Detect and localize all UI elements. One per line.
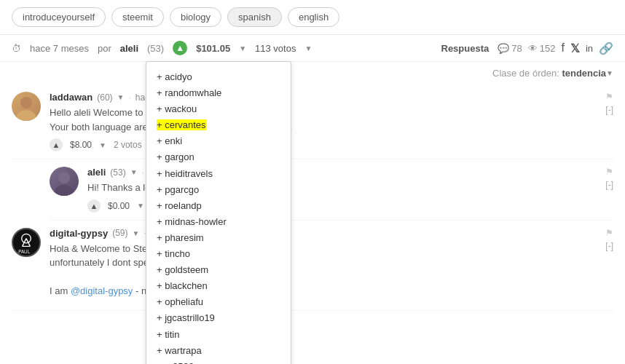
post-icons: 💬 78 👁 152 f 𝕏 in 🔗 bbox=[498, 41, 613, 55]
collapse-icon-aleli[interactable]: [-] bbox=[605, 180, 613, 190]
payout-aleli[interactable]: $0.00 bbox=[108, 201, 130, 211]
svg-point-3 bbox=[55, 185, 74, 196]
order-bar: Clase de órden: tendencia ▼ bbox=[0, 62, 625, 84]
comment-text-digital-gypsy: Hola & Welcome to Steemit Alejandra… unf… bbox=[50, 242, 575, 298]
comment-rep-aleli: (53) bbox=[110, 167, 125, 178]
comment-actions-laddawan: ▲ $8.00 ▼ 2 votos Respuesta bbox=[50, 138, 575, 151]
username-chevron-aleli[interactable]: ▼ bbox=[130, 168, 138, 176]
author-rep: (53) bbox=[147, 43, 164, 54]
tag-english[interactable]: english bbox=[288, 7, 339, 27]
order-label: Clase de órden: bbox=[492, 68, 559, 79]
comment-username-digital-gypsy[interactable]: digital-gypsy bbox=[50, 228, 108, 239]
vote-item: + cervantes bbox=[157, 117, 280, 133]
vote-item: + goldsteem bbox=[157, 262, 280, 278]
upvote-aleli[interactable]: ▲ bbox=[87, 199, 101, 213]
vote-item: + pharesim bbox=[157, 230, 280, 246]
dot-aleli: · bbox=[142, 167, 144, 178]
comment-meta-digital-gypsy: digital-gypsy (59) ▼ · hace 7 meses bbox=[50, 228, 575, 239]
comment-icon: 💬 bbox=[498, 43, 509, 54]
votes-count[interactable]: 113 votos bbox=[255, 43, 296, 54]
svg-text:PAUL: PAUL bbox=[18, 249, 30, 254]
upvote-button[interactable]: ▲ bbox=[173, 41, 187, 55]
vote-item: + enki bbox=[157, 133, 280, 149]
comments-count: 78 bbox=[511, 43, 522, 54]
collapse-icon-digital-gypsy[interactable]: [-] bbox=[605, 241, 613, 251]
comment-aleli: aleli (53) ▼ · hace 7 meses Hi! Thanks a… bbox=[50, 159, 613, 221]
vote-item: + blackchen bbox=[157, 278, 280, 294]
username-chevron-digital-gypsy[interactable]: ▼ bbox=[133, 229, 140, 237]
clock-icon: ⏱ bbox=[12, 43, 21, 54]
vote-item: + gargon bbox=[157, 149, 280, 165]
svg-point-0 bbox=[20, 97, 32, 108]
views-count: 152 bbox=[540, 43, 556, 54]
tags-bar: introduceyourself steemit biology spanis… bbox=[0, 0, 625, 35]
meta-separator: por bbox=[98, 43, 111, 54]
author-link-digital-gypsy[interactable]: @digital-gypsy bbox=[71, 285, 133, 296]
tag-spanish[interactable]: spanish bbox=[227, 7, 282, 27]
comment-body-laddawan: laddawan (60) ▼ · hace 7 meses Hello ale… bbox=[50, 92, 575, 151]
tag-biology[interactable]: biology bbox=[170, 7, 221, 27]
svg-point-1 bbox=[17, 110, 36, 121]
vote-item: + opheliafu bbox=[157, 294, 280, 310]
vote-item: + wackou bbox=[157, 101, 280, 117]
votes-dropdown: + acidyo+ randomwhale+ wackou+ cervantes… bbox=[146, 61, 291, 364]
vote-item: + titin bbox=[157, 327, 280, 343]
linkedin-icon[interactable]: in bbox=[586, 43, 593, 54]
tag-introduceyourself[interactable]: introduceyourself bbox=[12, 7, 106, 27]
order-chevron[interactable]: ▼ bbox=[606, 69, 613, 77]
meta-bar: ⏱ hace 7 meses por aleli (53) ▲ $101.05 … bbox=[0, 35, 625, 62]
comment-body-digital-gypsy: digital-gypsy (59) ▼ · hace 7 meses Hola… bbox=[50, 228, 575, 303]
votes-chevron[interactable]: ▼ bbox=[304, 44, 312, 52]
post-payout[interactable]: $101.05 bbox=[196, 43, 230, 54]
vote-item: + tincho bbox=[157, 246, 280, 262]
comment-laddawan: laddawan (60) ▼ · hace 7 meses Hello ale… bbox=[12, 84, 613, 159]
payout-laddawan[interactable]: $8.00 bbox=[70, 140, 92, 150]
collapse-icon-laddawan[interactable]: [-] bbox=[605, 105, 613, 115]
tag-steemit[interactable]: steemit bbox=[111, 7, 164, 27]
respuesta-button[interactable]: Respuesta bbox=[441, 43, 490, 54]
comment-text-laddawan: Hello aleli Welcome to Steemit.Nice t… Y… bbox=[50, 106, 575, 134]
comment-right-laddawan: ⚑ [-] bbox=[584, 92, 613, 151]
vote-item: + m8586 bbox=[157, 359, 280, 364]
payout-chevron-aleli[interactable]: ▼ bbox=[137, 202, 144, 210]
vote-item: + wartrapa bbox=[157, 343, 280, 359]
payout-chevron[interactable]: ▼ bbox=[239, 44, 246, 52]
dot-laddawan: · bbox=[129, 92, 131, 103]
vote-item: + pgarcgo bbox=[157, 182, 280, 198]
comment-meta-laddawan: laddawan (60) ▼ · hace 7 meses bbox=[50, 92, 575, 103]
comment-right-aleli: ⚑ [-] bbox=[584, 167, 613, 213]
views-stat: 👁 152 bbox=[528, 43, 556, 54]
vote-item: + jgcastrillo19 bbox=[157, 310, 280, 326]
svg-point-2 bbox=[58, 172, 70, 183]
flag-icon-aleli[interactable]: ⚑ bbox=[605, 167, 613, 177]
comment-rep-digital-gypsy: (59) bbox=[112, 228, 127, 238]
flag-icon-digital-gypsy[interactable]: ⚑ bbox=[605, 228, 613, 238]
vote-item: + acidyo bbox=[157, 69, 280, 85]
post-author[interactable]: aleli bbox=[120, 43, 138, 54]
payout-chevron-laddawan[interactable]: ▼ bbox=[99, 141, 106, 149]
vote-item: + midnas-howler bbox=[157, 214, 280, 230]
comments-section: laddawan (60) ▼ · hace 7 meses Hello ale… bbox=[0, 84, 625, 311]
comment-username-aleli[interactable]: aleli bbox=[87, 167, 106, 178]
comment-rep-laddawan: (60) bbox=[97, 92, 112, 103]
flag-icon-laddawan[interactable]: ⚑ bbox=[605, 92, 613, 102]
avatar-digital-gypsy: PAUL bbox=[12, 228, 41, 257]
twitter-icon[interactable]: 𝕏 bbox=[570, 41, 580, 55]
vote-item: + heiditravels bbox=[157, 166, 280, 182]
comment-username-laddawan[interactable]: laddawan bbox=[50, 92, 93, 103]
vote-item: + randomwhale bbox=[157, 85, 280, 101]
avatar-laddawan bbox=[12, 92, 41, 121]
vote-item: + roelandp bbox=[157, 198, 280, 214]
link-icon[interactable]: 🔗 bbox=[599, 41, 613, 55]
comment-right-digital-gypsy: ⚑ [-] bbox=[584, 228, 613, 303]
comments-stat: 💬 78 bbox=[498, 43, 522, 54]
eye-icon: 👁 bbox=[528, 43, 538, 54]
facebook-icon[interactable]: f bbox=[561, 41, 564, 55]
votes-laddawan[interactable]: 2 votos bbox=[114, 140, 142, 150]
avatar-aleli bbox=[50, 167, 79, 196]
order-value[interactable]: tendencia bbox=[562, 68, 606, 79]
username-chevron-laddawan[interactable]: ▼ bbox=[117, 93, 125, 101]
comment-digital-gypsy: PAUL digital-gypsy (59) ▼ · hace 7 meses… bbox=[12, 221, 613, 311]
upvote-laddawan[interactable]: ▲ bbox=[50, 138, 63, 151]
post-time: hace 7 meses bbox=[30, 43, 89, 54]
